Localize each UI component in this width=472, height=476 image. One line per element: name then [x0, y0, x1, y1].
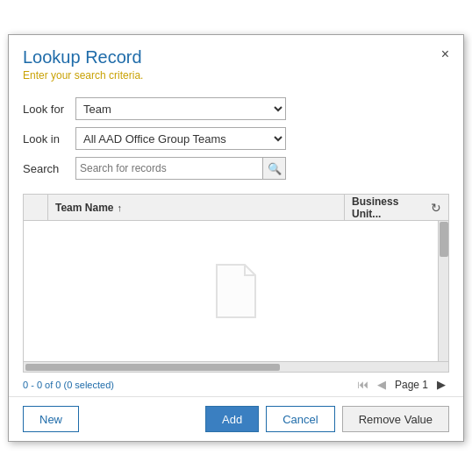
horizontal-scrollbar[interactable] — [24, 361, 448, 372]
dialog-footer: New Add Cancel Remove Value — [9, 396, 463, 441]
sort-arrow-icon: ↑ — [117, 202, 122, 213]
lookup-dialog: Lookup Record Enter your search criteria… — [8, 34, 464, 442]
search-input-wrapper: 🔍 — [75, 157, 286, 180]
next-page-button[interactable]: ▶ — [433, 376, 449, 393]
look-in-wrapper: All AAD Office Group Teams — [75, 127, 286, 150]
record-count: 0 - 0 of 0 (0 selected) — [23, 380, 114, 390]
search-input[interactable] — [76, 158, 262, 179]
search-label: Search — [23, 162, 75, 175]
grid-body — [24, 221, 448, 361]
form-area: Look for Team Look in All AAD Office Gro… — [9, 89, 463, 194]
dialog-title: Lookup Record — [23, 47, 449, 67]
look-for-label: Look for — [23, 103, 75, 116]
page-label: Page 1 — [395, 379, 428, 391]
cancel-button[interactable]: Cancel — [266, 406, 334, 432]
look-for-select[interactable]: Team — [75, 97, 286, 120]
empty-state-icon — [211, 263, 261, 319]
look-in-label: Look in — [23, 132, 75, 146]
look-for-wrapper: Team — [75, 97, 286, 120]
pagination-controls: ⏮ ◀ Page 1 ▶ — [354, 376, 449, 393]
col-team-name-header[interactable]: Team Name ↑ — [48, 195, 345, 220]
look-in-select[interactable]: All AAD Office Group Teams — [75, 127, 286, 150]
scroll-thumb — [440, 222, 448, 257]
look-for-row: Look for Team — [23, 97, 449, 120]
grid-header: Team Name ↑ Business Unit... ↻ — [24, 195, 448, 221]
search-row: Search 🔍 — [23, 157, 449, 180]
prev-page-button[interactable]: ◀ — [374, 376, 390, 393]
data-grid: Team Name ↑ Business Unit... ↻ — [23, 194, 449, 373]
look-in-row: Look in All AAD Office Group Teams — [23, 127, 449, 150]
horizontal-scroll-thumb — [25, 364, 280, 371]
close-button[interactable]: × — [438, 46, 453, 63]
search-button[interactable]: 🔍 — [262, 158, 285, 179]
remove-value-button[interactable]: Remove Value — [342, 406, 449, 432]
header-checkbox-cell — [24, 195, 48, 220]
dialog-subtitle: Enter your search criteria. — [23, 69, 449, 82]
grid-footer: 0 - 0 of 0 (0 selected) ⏮ ◀ Page 1 ▶ — [9, 373, 463, 396]
vertical-scrollbar[interactable] — [438, 221, 448, 361]
col-business-unit-header[interactable]: Business Unit... — [345, 195, 424, 220]
refresh-button[interactable]: ↻ — [424, 195, 448, 220]
add-button[interactable]: Add — [205, 406, 259, 432]
new-button[interactable]: New — [23, 406, 79, 432]
first-page-button[interactable]: ⏮ — [354, 376, 372, 393]
dialog-header: Lookup Record Enter your search criteria… — [9, 35, 463, 89]
